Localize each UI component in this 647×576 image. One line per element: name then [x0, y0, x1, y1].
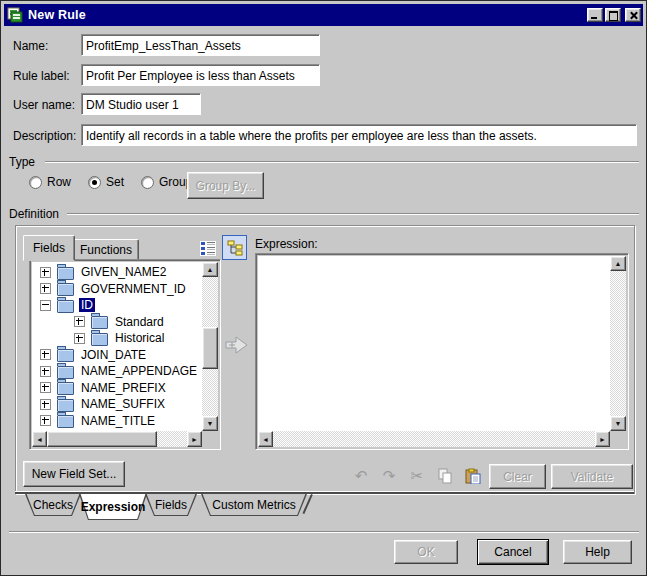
scroll-right-icon[interactable]: ► — [187, 431, 202, 447]
radio-circle-icon[interactable] — [88, 176, 101, 189]
scroll-up-icon[interactable]: ▲ — [610, 256, 626, 271]
tree-horizontal-scrollbar[interactable]: ◄ ► — [32, 431, 202, 447]
description-input[interactable]: Identify all records in a table where th… — [81, 124, 637, 146]
user-name-label: User name: — [13, 98, 75, 112]
scroll-left-icon[interactable]: ◄ — [258, 431, 273, 447]
user-name-input[interactable]: DM Studio user 1 — [81, 93, 201, 115]
tree-view-button[interactable] — [222, 235, 247, 260]
scrollbar-track[interactable] — [47, 431, 187, 447]
collapse-icon[interactable] — [40, 300, 51, 311]
close-button[interactable] — [625, 8, 641, 22]
titlebar[interactable]: New Rule — [4, 4, 643, 26]
tree-item-standard[interactable]: Standard — [32, 314, 202, 331]
expression-input[interactable] — [258, 256, 610, 431]
expand-icon[interactable] — [40, 267, 51, 278]
tab-custom-metrics[interactable]: Custom Metrics — [201, 494, 307, 516]
maximize-icon — [609, 11, 618, 21]
tree-vertical-scrollbar[interactable]: ▲ ▼ — [202, 262, 218, 431]
tree-item-label[interactable]: NAME_TITLE — [79, 414, 157, 428]
ok-button[interactable]: OK — [394, 540, 458, 564]
scroll-down-icon[interactable]: ▼ — [610, 416, 626, 431]
minimize-button[interactable] — [587, 8, 603, 22]
expand-icon[interactable] — [40, 382, 51, 393]
tree-item-label[interactable]: ID — [79, 298, 95, 312]
expand-icon[interactable] — [74, 333, 85, 344]
scrollbar-thumb[interactable] — [202, 327, 218, 369]
name-input[interactable]: ProfitEmp_LessThan_Assets — [81, 34, 320, 56]
help-button[interactable]: Help — [563, 540, 632, 564]
folder-icon — [57, 382, 74, 395]
radio-circle-icon[interactable] — [29, 176, 42, 189]
list-view-button[interactable] — [197, 237, 219, 259]
tree-view-icon — [227, 240, 243, 256]
tree-item-name_suffix[interactable]: NAME_SUFFIX — [32, 396, 202, 413]
radio-circle-icon[interactable] — [141, 176, 154, 189]
group-by-button[interactable]: Group By... — [187, 172, 264, 199]
tree-item-label[interactable]: GOVERNMENT_ID — [79, 282, 188, 296]
scroll-down-icon[interactable]: ▼ — [202, 416, 218, 431]
expand-icon[interactable] — [40, 283, 51, 294]
new-rule-dialog: New Rule Name: ProfitEmp_LessThan_Assets… — [0, 0, 647, 576]
tab-expression[interactable]: Expression — [79, 494, 147, 520]
new-field-set-button[interactable]: New Field Set... — [23, 461, 125, 487]
expression-label: Expression: — [255, 237, 318, 251]
radio-option-row[interactable]: Row — [29, 175, 71, 189]
tree-item-label[interactable]: GIVEN_NAME2 — [79, 265, 168, 279]
expand-icon[interactable] — [40, 366, 51, 377]
definition-group-label: Definition — [9, 207, 59, 221]
tree-item-name_title[interactable]: NAME_TITLE — [32, 413, 202, 430]
paste-button[interactable] — [461, 466, 485, 486]
undo-button[interactable]: ↶ — [349, 466, 373, 486]
minimize-icon — [591, 17, 597, 19]
clear-button[interactable]: Clear — [489, 464, 546, 489]
scrollbar-thumb[interactable] — [47, 431, 157, 447]
tree-item-name_appendage[interactable]: NAME_APPENDAGE — [32, 363, 202, 380]
redo-button[interactable]: ↷ — [377, 466, 401, 486]
tree-item-join_date[interactable]: JOIN_DATE — [32, 347, 202, 364]
expand-icon[interactable] — [74, 316, 85, 327]
tree-item-name_prefix[interactable]: NAME_PREFIX — [32, 380, 202, 397]
tab-functions[interactable]: Functions — [73, 239, 139, 261]
expression-horizontal-scrollbar[interactable]: ◄ ► — [258, 431, 610, 447]
tree-item-label[interactable]: NAME_SUFFIX — [79, 397, 167, 411]
rule-label-input[interactable]: Profit Per Employee is less than Assets — [81, 64, 320, 86]
radio-option-set[interactable]: Set — [88, 175, 124, 189]
cancel-button[interactable]: Cancel — [477, 539, 549, 565]
tree-item-label[interactable]: NAME_PREFIX — [79, 381, 168, 395]
definition-group-line — [67, 213, 639, 214]
rule-label-label: Rule label: — [13, 69, 70, 83]
cut-icon: ✂ — [411, 467, 424, 485]
maximize-button[interactable] — [605, 8, 621, 22]
copy-button[interactable] — [433, 466, 457, 486]
tree-item-government_id[interactable]: GOVERNMENT_ID — [32, 281, 202, 298]
tab-fields[interactable]: Fields — [145, 494, 197, 516]
window-title: New Rule — [28, 8, 86, 22]
tree-item-label[interactable]: Historical — [113, 331, 166, 345]
tree-item-id[interactable]: ID — [32, 297, 202, 314]
expand-icon[interactable] — [40, 349, 51, 360]
scrollbar-track[interactable] — [610, 271, 626, 416]
scroll-right-icon[interactable]: ► — [595, 431, 610, 447]
expression-vertical-scrollbar[interactable]: ▲ ▼ — [610, 256, 626, 431]
tree-item-historical[interactable]: Historical — [32, 330, 202, 347]
folder-icon — [57, 399, 74, 412]
tree-item-label[interactable]: Standard — [113, 315, 166, 329]
cut-button[interactable]: ✂ — [405, 466, 429, 486]
tab-checks[interactable]: Checks — [25, 494, 81, 516]
add-to-expression-arrow-icon[interactable] — [224, 335, 250, 359]
tab-label: Expression — [79, 494, 147, 520]
scroll-up-icon[interactable]: ▲ — [202, 262, 218, 277]
scrollbar-track[interactable] — [202, 277, 218, 416]
fields-tree-content: GIVEN_NAME2GOVERNMENT_IDIDStandardHistor… — [32, 262, 202, 431]
radio-option-group[interactable]: Group — [141, 175, 192, 189]
tab-fields[interactable]: Fields — [23, 235, 75, 261]
window-controls — [587, 8, 641, 22]
scroll-left-icon[interactable]: ◄ — [32, 431, 47, 447]
scrollbar-track[interactable] — [273, 431, 595, 447]
expand-icon[interactable] — [40, 399, 51, 410]
expand-icon[interactable] — [40, 415, 51, 426]
validate-button[interactable]: Validate — [551, 464, 633, 489]
tree-item-given_name2[interactable]: GIVEN_NAME2 — [32, 264, 202, 281]
tree-item-label[interactable]: JOIN_DATE — [79, 348, 148, 362]
tree-item-label[interactable]: NAME_APPENDAGE — [79, 364, 199, 378]
